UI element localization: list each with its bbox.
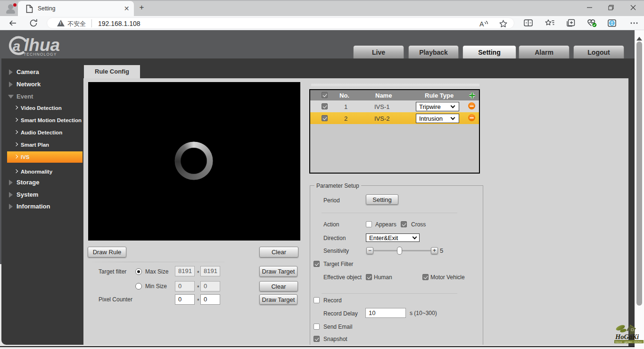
svg-text:HoGaKi: HoGaKi (615, 333, 639, 341)
svg-text:TECHNOLOGY: TECHNOLOGY (24, 52, 57, 57)
svg-text:Home - garden - kitchen: Home - garden - kitchen (615, 341, 643, 343)
svg-text:a: a (13, 39, 20, 54)
svg-text:A: A (479, 20, 484, 28)
